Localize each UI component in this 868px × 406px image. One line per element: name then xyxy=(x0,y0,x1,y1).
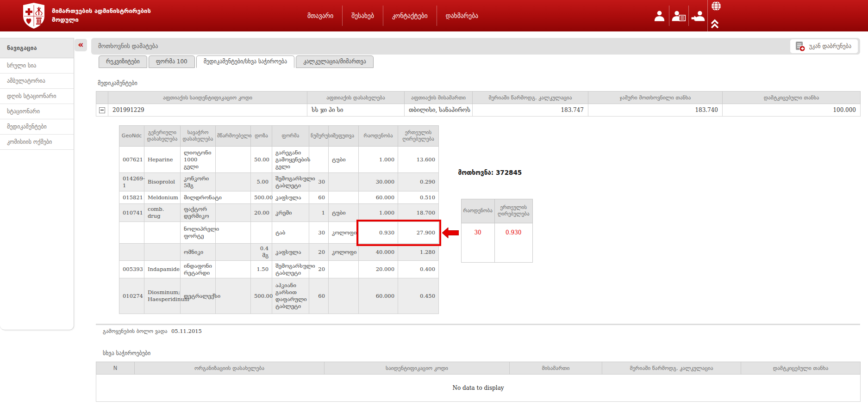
tab[interactable]: კალკულაცია/მიმართვა xyxy=(296,55,374,68)
medication-cell: comb. drug xyxy=(144,204,181,222)
medication-cell: 010741 xyxy=(119,204,144,222)
medication-cell: 13.600 xyxy=(398,147,439,173)
medication-row: 010274Diosminum; Haesperidinumდეტრალექსი… xyxy=(119,278,439,314)
app-title-line2: მოდული xyxy=(52,15,151,24)
login-user-icon[interactable] xyxy=(688,6,708,26)
other-needs-empty-row: No data to display xyxy=(96,375,861,402)
request-number-note: მოთხოვნა: 372845 xyxy=(458,169,522,176)
ministry-emblem-logo xyxy=(21,2,46,29)
user-list-icon[interactable] xyxy=(669,6,688,26)
column-header: შეფუთვა xyxy=(329,126,359,147)
user-profile-icon[interactable] xyxy=(650,6,669,26)
pharmacy-table: აფთიაქის საიდენტიფიკაციო კოდიაფთიაქის და… xyxy=(96,91,861,117)
medication-cell: 015821 xyxy=(119,191,144,204)
medication-cell: 1.000 xyxy=(359,147,398,173)
medication-row: 010741comb. drugფაქტორ დერმიკო20.00კრემი… xyxy=(119,204,439,222)
medication-cell: კაფსულა xyxy=(272,244,309,261)
column-header: რაოდენობა xyxy=(359,126,398,147)
column-header: ჯამური მოთხოვნილი თანხა xyxy=(588,92,723,104)
detail-header-row: GeoNdcგენერიული დასახელებასავაჭრო დასახე… xyxy=(119,126,439,147)
nav-item[interactable]: მთავარი xyxy=(299,6,342,26)
mini-quantity-value: 30 xyxy=(461,223,494,262)
medication-cell: 30 xyxy=(309,222,329,244)
medication-cell: ნოლიპრელი ფორტე xyxy=(181,222,216,244)
medication-cell: 500.00 xyxy=(251,191,272,204)
sidebar-item[interactable]: ამბულატორია xyxy=(0,74,74,89)
medication-cell: 010274 xyxy=(119,278,144,314)
sidebar-item[interactable]: მედიკამენტები xyxy=(0,119,74,135)
column-header: აფთიაქის დასახელება xyxy=(307,92,405,104)
medication-cell: 60.000 xyxy=(359,278,398,314)
red-arrow-icon xyxy=(442,227,459,239)
tab[interactable]: მედიკამენტები/სხვა საჭიროება xyxy=(196,55,294,68)
medication-cell: 0.930 xyxy=(359,222,398,244)
tab[interactable]: ფორმა 100 xyxy=(149,55,195,68)
tab-strip: რეკვიზიტებიფორმა 100მედიკამენტები/სხვა ს… xyxy=(99,55,860,68)
page-title: მოთხოვნის დამატება xyxy=(91,43,158,49)
medication-cell xyxy=(119,222,144,244)
language-globe-icon[interactable] xyxy=(711,1,721,11)
medication-cell: 60.000 xyxy=(359,191,398,204)
medication-cell: 007621 xyxy=(119,147,144,173)
medication-cell: 0.400 xyxy=(398,261,439,278)
sidebar-item[interactable]: სტაციონარი xyxy=(0,104,74,119)
pharmacy-approved-total: 100.000 xyxy=(723,104,861,117)
medication-cell xyxy=(216,222,251,244)
medication-cell: 0.290 xyxy=(398,173,439,191)
tab[interactable]: რეკვიზიტები xyxy=(99,55,147,68)
pharmacy-requested-total: 183.740 xyxy=(588,104,723,117)
expiry-label: გამოყენების ბოლო ვადა xyxy=(103,328,168,334)
medication-cell: კრემი xyxy=(272,204,309,222)
main-nav: მთავარიშესახებკონტაქტებიდახმარება xyxy=(299,6,487,26)
column-header: მისამართი xyxy=(510,362,602,375)
medication-cell xyxy=(216,261,251,278)
sidebar-item[interactable]: დღის სტაციონარი xyxy=(0,89,74,104)
medication-cell: Bisoprolol xyxy=(144,173,181,191)
back-button[interactable]: უკან დაბრუნება xyxy=(790,39,858,53)
medication-row: 007621Heparineლიოტონი 1000 გელი50.00გარე… xyxy=(119,147,439,173)
medication-cell: 0.450 xyxy=(398,278,439,314)
medication-cell xyxy=(119,244,144,261)
other-needs-table: Nორგანიზაციის დასახელებასაიდენტიფიკაციო … xyxy=(96,362,861,402)
nav-item[interactable]: შესახებ xyxy=(342,6,383,26)
nav-item[interactable]: დახმარება xyxy=(437,6,487,26)
scroll-top-icon[interactable] xyxy=(710,18,720,30)
medication-cell: 60 xyxy=(309,278,329,314)
medication-cell xyxy=(216,244,251,261)
column-header: მწარმოებელი xyxy=(216,126,251,147)
medication-cell: 20.000 xyxy=(359,261,398,278)
sidebar-item[interactable]: სრული სია xyxy=(0,58,74,74)
medication-cell xyxy=(329,278,359,314)
column-header: ერთეულის ღირებულება xyxy=(398,126,439,147)
nav-item[interactable]: კონტაქტები xyxy=(383,6,437,26)
medication-cell xyxy=(216,204,251,222)
medication-cell: 50.00 xyxy=(251,147,272,173)
column-header: გენერიული დასახელება xyxy=(144,126,181,147)
medication-row: ნოლიპრელი ფორტეტაბ30კოლოფი0.93027.900 xyxy=(119,222,439,244)
column-header: საიდენტიფიკაციო კოდი xyxy=(325,362,510,375)
sidebar-collapse-button[interactable]: « xyxy=(75,39,87,51)
medication-cell: 1.000 xyxy=(359,204,398,222)
medication-cell: 0.4 მგ xyxy=(251,244,272,261)
medication-cell: მილდრონატი xyxy=(181,191,216,204)
medication-cell: აპკიანი გარსით დაფარული ტაბლეტი xyxy=(272,278,309,314)
medication-cell: ინდაფონი რეტარდი xyxy=(181,261,216,278)
collapse-row-icon[interactable] xyxy=(99,107,105,113)
column-header: ორგანიზაციის დასახელება xyxy=(135,362,325,375)
pharmacy-header-row: აფთიაქის საიდენტიფიკაციო კოდიაფთიაქის და… xyxy=(96,92,861,104)
medication-cell: 1.280 xyxy=(398,244,439,261)
column-header: რაოდენობა xyxy=(461,199,494,223)
sidebar-items: სრული სიაამბულატორიადღის სტაციონარისტაცი… xyxy=(0,58,74,150)
column-header: სავაჭრო დასახელება xyxy=(181,126,216,147)
medication-cell: Indapamide xyxy=(144,261,181,278)
medication-cell: 27.900 xyxy=(398,222,439,244)
column-header: ნუმერუსი xyxy=(309,126,329,147)
other-needs-header-row: Nორგანიზაციის დასახელებასაიდენტიფიკაციო … xyxy=(96,362,861,375)
medication-detail-table: GeoNdcგენერიული დასახელებასავაჭრო დასახე… xyxy=(119,125,439,314)
sidebar-title: ნავიგაცია xyxy=(0,38,74,58)
medication-cell: 500.00 xyxy=(251,278,272,314)
medication-cell: ლიოტონი 1000 გელი xyxy=(181,147,216,173)
sidebar-item[interactable]: კომისიის ოქმები xyxy=(0,135,74,150)
medication-row: 005393Indapamideინდაფონი რეტარდი1.50შემო… xyxy=(119,261,439,278)
medication-row: 015821Meldoniumმილდრონატი500.00კაფსულა60… xyxy=(119,191,439,204)
